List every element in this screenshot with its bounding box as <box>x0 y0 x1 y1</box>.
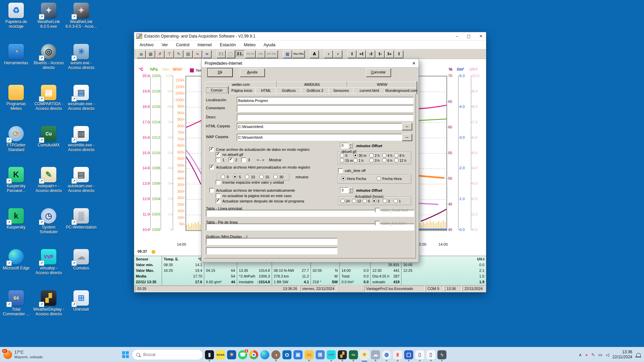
calendar-clock-button[interactable]: 31 <box>217 50 225 58</box>
tray-pen-icon[interactable]: ✎ <box>591 353 595 357</box>
desktop-icon-autolearn[interactable]: ▤↗autolearn.exe - Acceso directo <box>65 167 97 193</box>
taskbar-app-chrome[interactable] <box>249 350 258 359</box>
nav-forward-button[interactable]: I› <box>376 50 384 58</box>
graficos-input-2[interactable] <box>206 247 337 254</box>
cancel-button[interactable]: Cancelar <box>366 68 391 77</box>
radio[interactable] <box>393 199 398 203</box>
tray-app1-icon[interactable]: ● <box>585 353 588 357</box>
dialog-close-button[interactable]: ✕ <box>412 61 416 66</box>
taskbar-app-storm[interactable]: ϟ <box>437 350 446 359</box>
radio[interactable] <box>369 153 374 158</box>
taskbar-app-notes1[interactable]: ▯ <box>415 350 424 359</box>
radio[interactable] <box>382 153 386 158</box>
delete-file-button[interactable]: ✗ <box>156 50 164 58</box>
month-view-button[interactable]: JAN <box>256 50 265 58</box>
radio[interactable] <box>383 199 387 203</box>
chart-button[interactable]: ∿ <box>193 50 202 58</box>
taskbar-app-virtualvp[interactable]: VVP <box>327 350 336 359</box>
tab-awekas[interactable]: AWEKAS <box>277 81 347 87</box>
menu-ver[interactable]: Ver <box>162 43 168 47</box>
desktop-icon-recycle-bin[interactable]: ♻Papelera de reciclaje <box>0 3 32 29</box>
close-button[interactable]: ✕ <box>479 34 483 39</box>
taskbar-app-cumulusmx[interactable]: Cu <box>349 350 358 359</box>
taskbar-app-noaa-tables[interactable]: NOAA <box>216 350 225 359</box>
checkbox-checked[interactable] <box>216 199 220 203</box>
radio[interactable] <box>394 158 398 163</box>
desktop-icon-programas-meteo[interactable]: Programas Meteo <box>0 85 32 111</box>
hidden-icons-chevron[interactable]: ∧ <box>579 353 582 357</box>
menu-meteo[interactable]: Meteo <box>244 43 256 47</box>
desktop-icon-herramientas[interactable]: ◔Herramientas <box>0 44 32 65</box>
taskbar-app-notes2[interactable]: ▯ <box>426 350 435 359</box>
tab-wundergroundcom[interactable]: Wunderground.com <box>385 87 417 94</box>
search-box[interactable] <box>132 349 203 360</box>
tab-sensores[interactable]: Sensores <box>328 87 354 94</box>
ok-button[interactable]: Ok <box>208 68 232 77</box>
desktop-icon-weatherlink-603[interactable]: ✦↗WeatherLink 6.0.3-ES - Acce... <box>65 3 97 29</box>
checkbox-checked[interactable] <box>209 165 214 170</box>
tab-grficos2[interactable]: Gráficos 2 <box>301 87 329 94</box>
save-button[interactable]: ▦ <box>146 50 155 58</box>
taskbar-app-paint[interactable]: ◑ <box>271 350 280 359</box>
tab-pginainicio[interactable]: Página inicio <box>228 87 256 94</box>
year-view-button[interactable]: JAN DEC <box>266 50 278 58</box>
radio-selected[interactable] <box>372 199 376 203</box>
desktop-icon-microsoft-edge[interactable]: ↗Microsoft Edge <box>0 249 32 270</box>
radio[interactable] <box>259 175 264 179</box>
day-view-button[interactable]: 31. <box>235 50 245 58</box>
tray-display-icon[interactable]: ▭ <box>598 353 602 357</box>
checkbox[interactable] <box>338 168 343 173</box>
taskbar-app-cumulus[interactable]: ☁ <box>371 350 380 359</box>
radio[interactable] <box>352 199 356 203</box>
desktop-icon-compartida[interactable]: ▤↗COMPARTIDA - Acceso directo <box>33 85 64 111</box>
taskbar-app-weatherdisplay[interactable]: ▞ <box>338 350 347 359</box>
chart2-button[interactable]: ≈ <box>203 50 211 58</box>
radio-selected[interactable] <box>233 175 237 179</box>
checkbox-checked[interactable] <box>228 158 233 162</box>
interval-button[interactable]: ◯ <box>226 50 235 58</box>
desktop-icon-wxsimlite[interactable]: ▥↗wxsimlite.exe - Acceso directo <box>65 126 97 152</box>
radio-selected[interactable] <box>353 153 358 158</box>
taskbar-app-devices[interactable]: ⊞ <box>316 350 325 359</box>
menu-ayuda[interactable]: Ayuda <box>264 43 275 47</box>
offset2-spinner[interactable]: 3▲▼ <box>340 187 353 193</box>
nav-ffwd-button[interactable]: I» <box>385 50 394 58</box>
desktop-icon-kaspersky-password[interactable]: K↗Kaspersky Passwor... <box>0 167 32 193</box>
taskbar-app-outlook[interactable]: O <box>282 350 291 359</box>
menu-internet[interactable]: Internet <box>198 43 212 47</box>
taskbar-weather-widget[interactable]: 9+ 17°C Mayorm. soleado <box>3 350 64 359</box>
checkbox[interactable] <box>241 158 246 162</box>
notification-bell-icon[interactable] <box>636 353 641 357</box>
desktop-icon-pc-wetterstation[interactable]: ▒↗PC-Wetterstation <box>65 208 97 230</box>
desktop-icon-uninstalr[interactable]: ⊞↗Uninstalr <box>65 290 97 312</box>
checkbox[interactable] <box>216 158 220 162</box>
week-view-button[interactable]: MO-SU <box>245 50 256 58</box>
next-button[interactable]: › <box>333 50 342 58</box>
desktop-icon-total-commander[interactable]: 64↗Total Commander ... <box>0 290 32 316</box>
radio[interactable] <box>363 199 367 203</box>
menu-estacion[interactable]: Estación <box>220 43 236 47</box>
desktop-icon-wxsimate[interactable]: ▤↗wxsimate.exe - Acceso directo <box>65 85 97 111</box>
radio[interactable] <box>221 175 225 179</box>
nav-start-button[interactable]: I <box>347 50 356 58</box>
nav-rewind-button[interactable]: «I <box>357 50 366 58</box>
taskbar-app-wswin[interactable]: ☀ <box>360 350 369 359</box>
maximize-button[interactable]: ▢ <box>467 34 471 39</box>
nav-back-button[interactable]: ‹I <box>366 50 375 58</box>
maxmin-button[interactable]: Max Min <box>292 50 305 58</box>
taskbar-app-sol[interactable]: ☀ <box>227 350 236 359</box>
taskbar-app-window[interactable]: ▢ <box>404 350 413 359</box>
radio[interactable] <box>394 153 398 158</box>
checkbox[interactable] <box>216 193 220 198</box>
taskbar-app-photos[interactable]: ▣ <box>293 350 303 359</box>
exit-button[interactable]: ⌂ <box>137 50 146 58</box>
tab-currenthtml[interactable]: current.html <box>353 87 385 94</box>
radio[interactable] <box>369 158 374 163</box>
nav-end-button[interactable]: I <box>394 50 403 58</box>
taskbar-app-edge[interactable] <box>260 350 269 359</box>
taskbar-app-globe[interactable]: ◍ <box>382 350 391 359</box>
radio[interactable] <box>245 175 249 179</box>
table-button[interactable]: ▦ <box>283 50 292 58</box>
radio-selected[interactable] <box>341 176 345 181</box>
radio[interactable] <box>340 199 345 203</box>
